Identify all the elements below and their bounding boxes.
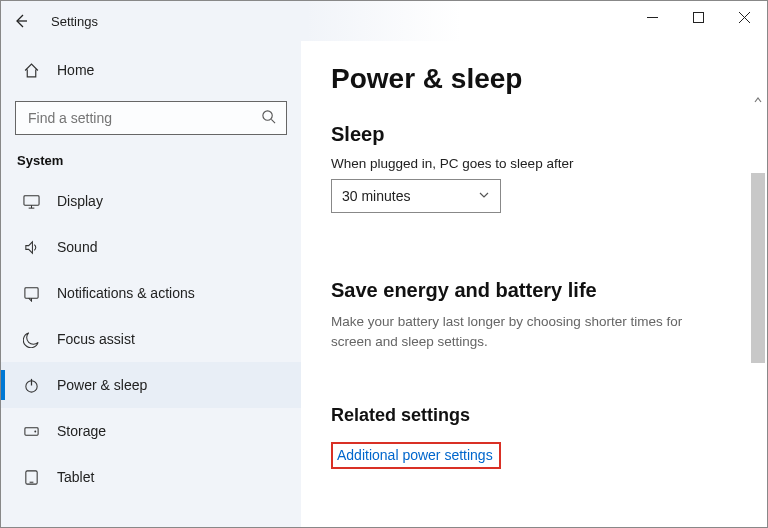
sidebar-item-label: Notifications & actions <box>57 285 195 301</box>
sidebar-item-notifications[interactable]: Notifications & actions <box>1 270 301 316</box>
minimize-button[interactable] <box>629 1 675 33</box>
sleep-timeout-value: 30 minutes <box>342 188 410 204</box>
save-energy-description: Make your battery last longer by choosin… <box>331 312 701 353</box>
window-title: Settings <box>51 14 98 29</box>
close-icon <box>739 12 750 23</box>
sidebar-item-label: Power & sleep <box>57 377 147 393</box>
sidebar-item-tablet[interactable]: Tablet <box>1 454 301 500</box>
arrow-left-icon <box>13 13 29 29</box>
svg-point-14 <box>34 430 36 432</box>
sidebar-item-power[interactable]: Power & sleep <box>1 362 301 408</box>
sidebar-item-focus[interactable]: Focus assist <box>1 316 301 362</box>
additional-power-settings-link[interactable]: Additional power settings <box>337 447 493 463</box>
titlebar: Settings <box>1 1 767 41</box>
svg-rect-7 <box>23 195 38 204</box>
svg-rect-10 <box>24 287 37 297</box>
sleep-field-label: When plugged in, PC goes to sleep after <box>331 156 767 171</box>
page-title: Power & sleep <box>331 63 767 95</box>
display-icon <box>21 193 41 210</box>
sleep-timeout-dropdown[interactable]: 30 minutes <box>331 179 501 213</box>
search-box[interactable] <box>15 101 287 135</box>
tablet-icon <box>21 469 41 486</box>
minimize-icon <box>647 12 658 23</box>
window-controls <box>629 1 767 33</box>
sidebar-home-label: Home <box>57 62 94 78</box>
sidebar: Home System DisplaySoundNotifications & … <box>1 41 301 527</box>
power-icon <box>21 377 41 394</box>
scroll-thumb[interactable] <box>751 173 765 363</box>
vertical-scrollbar[interactable] <box>751 93 765 525</box>
svg-point-5 <box>263 110 272 119</box>
section-save-energy: Save energy and battery life <box>331 279 767 302</box>
storage-icon <box>21 423 41 440</box>
sidebar-group-label: System <box>1 149 301 178</box>
focus-icon <box>21 331 41 348</box>
sidebar-item-label: Tablet <box>57 469 94 485</box>
sound-icon <box>21 239 41 256</box>
sidebar-item-label: Storage <box>57 423 106 439</box>
search-icon <box>261 109 276 128</box>
section-sleep: Sleep <box>331 123 767 146</box>
back-button[interactable] <box>1 1 41 41</box>
sidebar-item-label: Focus assist <box>57 331 135 347</box>
scroll-up-button[interactable] <box>751 93 765 107</box>
content-area: Power & sleep Sleep When plugged in, PC … <box>301 41 767 527</box>
section-related: Related settings <box>331 405 767 426</box>
notifications-icon <box>21 285 41 302</box>
chevron-down-icon <box>478 188 490 204</box>
maximize-icon <box>693 12 704 23</box>
sidebar-home[interactable]: Home <box>1 49 301 91</box>
highlight-box: Additional power settings <box>331 442 501 469</box>
maximize-button[interactable] <box>675 1 721 33</box>
svg-rect-2 <box>693 12 703 22</box>
sidebar-item-storage[interactable]: Storage <box>1 408 301 454</box>
search-input[interactable] <box>26 109 261 127</box>
sidebar-item-sound[interactable]: Sound <box>1 224 301 270</box>
home-icon <box>21 62 41 79</box>
close-button[interactable] <box>721 1 767 33</box>
svg-line-6 <box>271 119 275 123</box>
sidebar-item-label: Display <box>57 193 103 209</box>
sidebar-item-display[interactable]: Display <box>1 178 301 224</box>
sidebar-item-label: Sound <box>57 239 97 255</box>
